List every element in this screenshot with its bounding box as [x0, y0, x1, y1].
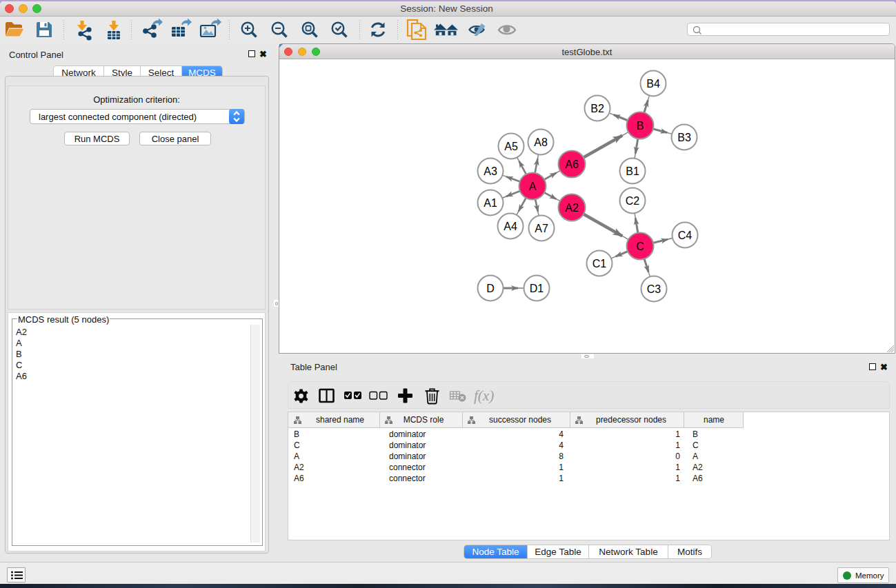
svg-text:connector: connector — [389, 474, 426, 483]
svg-text:A6: A6 — [565, 159, 579, 170]
svg-text:A6: A6 — [294, 474, 304, 483]
svg-text:A3: A3 — [484, 165, 497, 177]
svg-text:1: 1 — [675, 474, 680, 483]
svg-text:dominator: dominator — [389, 429, 426, 439]
svg-text:A5: A5 — [504, 141, 518, 152]
svg-text:A1: A1 — [484, 197, 497, 209]
svg-text:connector: connector — [389, 463, 426, 472]
svg-text:B1: B1 — [626, 165, 639, 177]
svg-text:C1: C1 — [593, 258, 607, 270]
svg-text:B3: B3 — [677, 132, 691, 143]
svg-text:successor nodes: successor nodes — [489, 415, 551, 425]
svg-text:name: name — [704, 415, 724, 425]
svg-text:B4: B4 — [646, 78, 660, 90]
svg-text:1: 1 — [675, 463, 680, 472]
svg-text:4: 4 — [559, 440, 564, 450]
svg-text:dominator: dominator — [389, 452, 426, 461]
svg-text:B: B — [294, 429, 299, 439]
svg-text:A4: A4 — [504, 221, 517, 232]
svg-text:1: 1 — [559, 474, 564, 483]
svg-text:shared name: shared name — [316, 415, 364, 425]
svg-text:dominator: dominator — [389, 440, 426, 450]
svg-text:A: A — [529, 181, 537, 192]
svg-text:A6: A6 — [693, 474, 703, 483]
svg-text:C2: C2 — [626, 195, 640, 207]
svg-text:A2: A2 — [693, 463, 703, 472]
svg-text:D1: D1 — [530, 283, 544, 294]
svg-text:C: C — [693, 440, 699, 450]
svg-text:MCDS role: MCDS role — [404, 415, 444, 425]
svg-text:D: D — [486, 283, 495, 294]
svg-text:8: 8 — [559, 452, 564, 461]
svg-text:B: B — [693, 429, 698, 439]
svg-text:C: C — [294, 440, 300, 450]
svg-text:A7: A7 — [535, 223, 548, 234]
svg-text:4: 4 — [559, 429, 564, 439]
svg-text:A2: A2 — [294, 463, 304, 472]
svg-text:B2: B2 — [590, 103, 604, 114]
svg-text:C: C — [636, 241, 644, 252]
svg-text:C3: C3 — [647, 283, 661, 295]
svg-text:1: 1 — [675, 440, 680, 450]
svg-text:1: 1 — [559, 463, 564, 472]
svg-text:A: A — [294, 452, 299, 461]
svg-text:A: A — [693, 452, 698, 461]
svg-text:C4: C4 — [678, 230, 693, 241]
svg-text:f(x): f(x) — [474, 387, 494, 404]
svg-text:A8: A8 — [534, 136, 548, 148]
svg-text:A2: A2 — [565, 202, 579, 214]
svg-text:0: 0 — [675, 452, 680, 461]
svg-text:predecessor nodes: predecessor nodes — [596, 415, 666, 425]
svg-text:1: 1 — [675, 429, 680, 439]
svg-text:B: B — [637, 120, 644, 132]
